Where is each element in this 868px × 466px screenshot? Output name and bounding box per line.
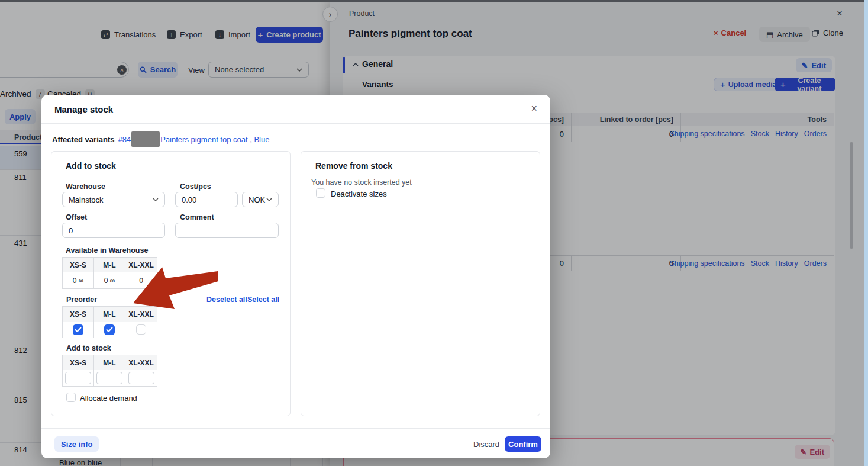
variant-id-link[interactable]: #84 xyxy=(118,135,131,144)
affected-variants-row: Affected variants #84 Painters pigment t… xyxy=(52,131,269,147)
qty-input[interactable] xyxy=(96,372,122,384)
allocate-demand-label: Allocate demand xyxy=(80,394,137,403)
redacted-text xyxy=(131,131,160,147)
confirm-button[interactable]: Confirm xyxy=(505,436,541,452)
available-sizes-table: XS-S M-L XL-XXL 0 ∞ 0 ∞ 0 xyxy=(62,257,157,289)
chevron-down-icon xyxy=(266,198,272,201)
preorder-checkbox-checked[interactable] xyxy=(104,324,115,335)
modal-footer: Size info Discard Confirm xyxy=(41,428,550,458)
cost-input[interactable]: 0.00 xyxy=(175,192,238,207)
no-stock-text: You have no stock inserted yet xyxy=(311,178,412,187)
size-col-header: XL-XXL xyxy=(125,307,157,322)
offset-label: Offset xyxy=(66,213,87,221)
available-qty-cell: 0 xyxy=(125,272,157,288)
affected-variants-label: Affected variants xyxy=(52,135,114,144)
select-all-link[interactable]: Select all xyxy=(247,295,279,304)
preorder-label: Preorder xyxy=(66,295,97,304)
size-col-header: M-L xyxy=(94,258,125,272)
available-qty-cell: 0 ∞ xyxy=(63,272,94,288)
check-icon xyxy=(75,327,82,333)
add-qty-sizes-table: XS-S M-L XL-XXL xyxy=(62,355,157,387)
add-to-stock-card: Add to stock Warehouse Cost/pcs Mainstoc… xyxy=(51,151,291,416)
size-col-header: M-L xyxy=(94,355,125,370)
size-col-header: XS-S xyxy=(63,355,94,370)
window-edge xyxy=(864,0,868,466)
preorder-checkbox-checked[interactable] xyxy=(73,324,83,335)
warehouse-select[interactable]: Mainstock xyxy=(62,192,165,207)
add-to-stock-title: Add to stock xyxy=(66,161,116,171)
warehouse-label: Warehouse xyxy=(66,182,105,191)
discard-button[interactable]: Discard xyxy=(473,440,499,449)
size-col-header: XS-S xyxy=(63,307,94,322)
add-to-stock-sizes-label: Add to stock xyxy=(66,344,111,352)
comment-input[interactable] xyxy=(175,223,279,238)
preorder-sizes-table: XS-S M-L XL-XXL xyxy=(62,306,157,338)
size-col-header: XS-S xyxy=(63,258,94,272)
warehouse-select-value: Mainstock xyxy=(69,195,104,204)
check-icon xyxy=(106,327,113,333)
size-info-button[interactable]: Size info xyxy=(54,436,99,452)
qty-input[interactable] xyxy=(128,372,154,384)
size-col-header: XL-XXL xyxy=(125,355,157,370)
modal-header: Manage stock × xyxy=(41,95,550,124)
size-col-header: M-L xyxy=(94,307,125,322)
modal-close-icon[interactable]: × xyxy=(531,102,537,115)
currency-select-value: NOK xyxy=(249,195,265,204)
remove-from-stock-card: Remove from stock You have no stock inse… xyxy=(301,151,540,416)
chevron-down-icon xyxy=(153,198,159,201)
offset-input[interactable]: 0 xyxy=(62,223,165,238)
manage-stock-modal: Manage stock × Affected variants #84 Pai… xyxy=(41,95,550,458)
currency-select[interactable]: NOK xyxy=(242,192,279,207)
comment-label: Comment xyxy=(180,213,214,221)
qty-input[interactable] xyxy=(65,372,91,384)
deactivate-sizes-label: Deactivate sizes xyxy=(331,189,387,198)
offset-input-value: 0 xyxy=(69,226,73,235)
allocate-demand-checkbox[interactable] xyxy=(66,393,76,402)
remove-from-stock-title: Remove from stock xyxy=(315,161,392,171)
available-qty-cell: 0 ∞ xyxy=(94,272,125,288)
modal-title: Manage stock xyxy=(54,104,113,114)
deselect-all-link[interactable]: Deselect all xyxy=(206,295,247,304)
app-canvas: ⇄ Translations ↑ Export ↓ Import + Creat… xyxy=(0,0,868,466)
variant-name-link[interactable]: Painters pigment top coat , Blue xyxy=(160,135,269,144)
preorder-checkbox-unchecked[interactable] xyxy=(136,324,146,335)
available-in-warehouse-label: Available in Warehouse xyxy=(66,246,148,255)
cost-label: Cost/pcs xyxy=(180,182,211,191)
cost-input-value: 0.00 xyxy=(182,195,196,204)
deactivate-sizes-checkbox[interactable] xyxy=(316,188,325,198)
size-col-header: XL-XXL xyxy=(125,258,157,272)
